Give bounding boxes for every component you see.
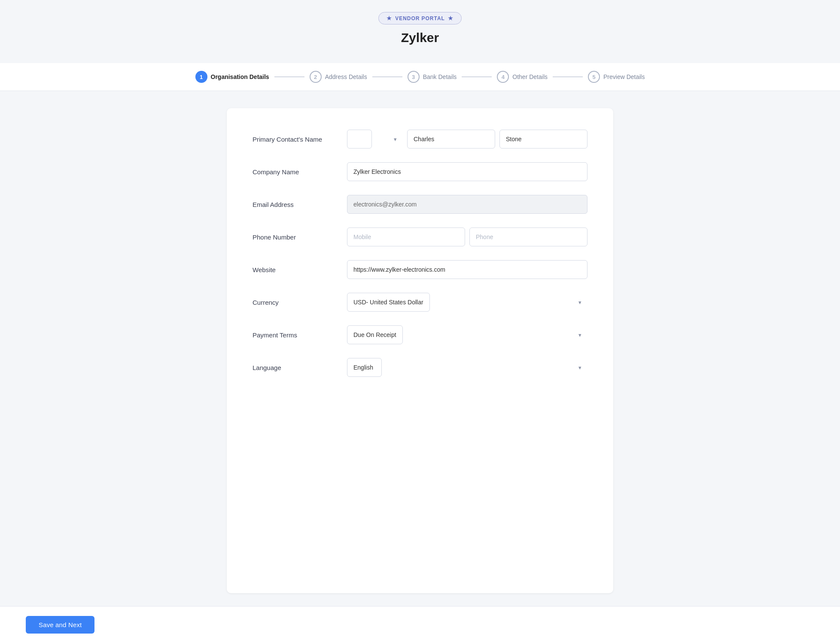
star-left-icon: ★ (387, 15, 392, 21)
step-3[interactable]: 3 Bank Details (408, 71, 457, 83)
form-container: Primary Contact's Name Mr. Mrs. Ms. Dr. … (227, 108, 613, 593)
salutation-select[interactable]: Mr. Mrs. Ms. Dr. (347, 130, 372, 149)
step-2[interactable]: 2 Address Details (310, 71, 367, 83)
currency-chevron-icon: ▾ (578, 299, 581, 306)
payment-terms-select[interactable]: Due On Receipt Net 15 Net 30 Net 60 (347, 325, 403, 344)
website-row: Website (253, 260, 587, 279)
language-label: Language (253, 364, 347, 371)
page-header: ★ VENDOR PORTAL ★ Zylker (0, 0, 840, 63)
primary-contact-row: Primary Contact's Name Mr. Mrs. Ms. Dr. … (253, 130, 587, 149)
email-input (347, 195, 587, 214)
salutation-chevron-icon: ▾ (394, 136, 397, 143)
star-right-icon: ★ (448, 15, 453, 21)
step-2-circle: 2 (310, 71, 322, 83)
email-label: Email Address (253, 201, 347, 208)
first-name-input[interactable] (407, 130, 495, 149)
website-input[interactable] (347, 260, 587, 279)
language-wrapper[interactable]: English French Spanish German ▾ (347, 358, 587, 377)
step-4-label: Other Details (512, 73, 548, 80)
main-content: Primary Contact's Name Mr. Mrs. Ms. Dr. … (0, 91, 840, 606)
connector-1-2 (274, 76, 304, 77)
step-1-circle: 1 (195, 71, 207, 83)
language-row: Language English French Spanish German ▾ (253, 358, 587, 377)
phone-input[interactable] (469, 227, 587, 246)
phone-label: Phone Number (253, 234, 347, 241)
step-2-label: Address Details (325, 73, 367, 80)
save-next-button[interactable]: Save and Next (26, 616, 94, 634)
currency-select[interactable]: USD- United States Dollar EUR- Euro GBP-… (347, 293, 430, 312)
step-5[interactable]: 5 Preview Details (588, 71, 645, 83)
vendor-badge: ★ VENDOR PORTAL ★ (378, 12, 462, 24)
company-name-label: Company Name (253, 168, 347, 176)
currency-row: Currency USD- United States Dollar EUR- … (253, 293, 587, 312)
salutation-wrapper[interactable]: Mr. Mrs. Ms. Dr. ▾ (347, 130, 403, 149)
payment-terms-row: Payment Terms Due On Receipt Net 15 Net … (253, 325, 587, 344)
stepper: 1 Organisation Details 2 Address Details… (0, 63, 840, 91)
step-1-label: Organisation Details (211, 73, 269, 80)
page-title: Zylker (401, 30, 439, 45)
email-row: Email Address (253, 195, 587, 214)
mobile-input[interactable] (347, 227, 465, 246)
payment-terms-label: Payment Terms (253, 331, 347, 339)
connector-3-4 (462, 76, 492, 77)
step-3-circle: 3 (408, 71, 420, 83)
step-5-circle: 5 (588, 71, 600, 83)
step-5-label: Preview Details (603, 73, 645, 80)
footer: Save and Next (0, 606, 840, 643)
website-label: Website (253, 266, 347, 273)
language-chevron-icon: ▾ (578, 364, 581, 371)
step-1[interactable]: 1 Organisation Details (195, 71, 269, 83)
language-select[interactable]: English French Spanish German (347, 358, 382, 377)
phone-row: Phone Number (253, 227, 587, 246)
company-name-row: Company Name (253, 162, 587, 181)
step-4-circle: 4 (497, 71, 509, 83)
connector-4-5 (553, 76, 583, 77)
last-name-input[interactable] (499, 130, 587, 149)
primary-contact-label: Primary Contact's Name (253, 136, 347, 143)
payment-terms-wrapper[interactable]: Due On Receipt Net 15 Net 30 Net 60 ▾ (347, 325, 587, 344)
connector-2-3 (372, 76, 402, 77)
payment-terms-chevron-icon: ▾ (578, 332, 581, 338)
step-3-label: Bank Details (423, 73, 457, 80)
currency-wrapper[interactable]: USD- United States Dollar EUR- Euro GBP-… (347, 293, 587, 312)
company-name-input[interactable] (347, 162, 587, 181)
badge-text: VENDOR PORTAL (395, 15, 445, 21)
currency-label: Currency (253, 299, 347, 306)
step-4[interactable]: 4 Other Details (497, 71, 548, 83)
